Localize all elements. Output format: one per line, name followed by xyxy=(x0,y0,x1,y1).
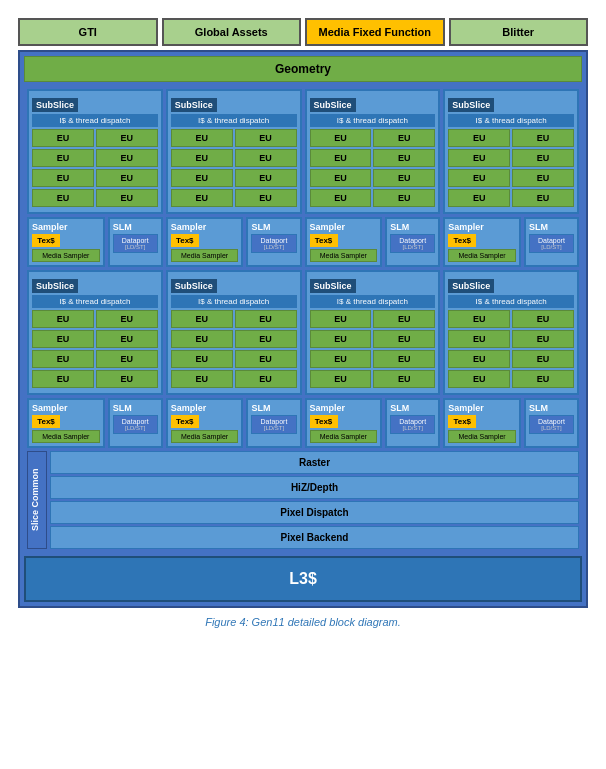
eu-cell: EU xyxy=(171,370,233,388)
raster-bar: Raster xyxy=(50,451,579,474)
eu-cell: EU xyxy=(310,149,372,167)
slm-block-7: SLM Dataport [LD/ST] xyxy=(385,398,440,448)
eu-cell: EU xyxy=(373,169,435,187)
eu-cell: EU xyxy=(310,350,372,368)
eu-cell: EU xyxy=(310,169,372,187)
dataport-4: Dataport [LD/ST] xyxy=(529,234,574,253)
subslice-label-5: SubSlice xyxy=(32,279,78,293)
sampler-title-4: Sampler xyxy=(448,222,516,232)
eu-cell: EU xyxy=(32,169,94,187)
eu-cell: EU xyxy=(96,370,158,388)
eu-cell: EU xyxy=(448,189,510,207)
sampler-block-6: Sampler Tex$ Media Sampler xyxy=(166,398,244,448)
slm-block-3: SLM Dataport [LD/ST] xyxy=(385,217,440,267)
eu-cell: EU xyxy=(96,129,158,147)
media-sampler-3: Media Sampler xyxy=(310,249,378,262)
sampler-block-2: Sampler Tex$ Media Sampler xyxy=(166,217,244,267)
eu-grid-1: EU EU EU EU EU EU EU EU xyxy=(32,129,158,207)
media-sampler-1: Media Sampler xyxy=(32,249,100,262)
media-sampler-5: Media Sampler xyxy=(32,430,100,443)
sampler-block-8: Sampler Tex$ Media Sampler xyxy=(443,398,521,448)
subslice-label-3: SubSlice xyxy=(310,98,356,112)
dispatch-label-1: I$ & thread dispatch xyxy=(32,114,158,127)
header-global-assets: Global Assets xyxy=(162,18,302,46)
pixel-backend-bar: Pixel Backend xyxy=(50,526,579,549)
hiz-depth-bar: HiZ/Depth xyxy=(50,476,579,499)
subslice-row-2: SubSlice I$ & thread dispatch EU EU EU E… xyxy=(27,270,579,395)
eu-cell: EU xyxy=(32,330,94,348)
subslice-label-7: SubSlice xyxy=(310,279,356,293)
media-sampler-8: Media Sampler xyxy=(448,430,516,443)
eu-cell: EU xyxy=(96,310,158,328)
eu-cell: EU xyxy=(448,169,510,187)
sampler-title-8: Sampler xyxy=(448,403,516,413)
eu-cell: EU xyxy=(512,310,574,328)
tex-box-4: Tex$ xyxy=(448,234,476,247)
dispatch-label-8: I$ & thread dispatch xyxy=(448,295,574,308)
eu-cell: EU xyxy=(448,370,510,388)
eu-cell: EU xyxy=(171,149,233,167)
sampler-title-3: Sampler xyxy=(310,222,378,232)
sampler-slm-group-5: Sampler Tex$ Media Sampler SLM Dataport … xyxy=(27,398,163,448)
l3-bar: L3$ xyxy=(24,556,582,602)
dataport-8: Dataport [LD/ST] xyxy=(529,415,574,434)
sampler-title-1: Sampler xyxy=(32,222,100,232)
eu-cell: EU xyxy=(32,149,94,167)
subslice-7: SubSlice I$ & thread dispatch EU EU EU E… xyxy=(305,270,441,395)
slice-common-label: Slice Common xyxy=(27,451,47,549)
eu-cell: EU xyxy=(32,129,94,147)
eu-cell: EU xyxy=(310,370,372,388)
subslice-label-8: SubSlice xyxy=(448,279,494,293)
subslice-3: SubSlice I$ & thread dispatch EU EU EU E… xyxy=(305,89,441,214)
eu-cell: EU xyxy=(171,169,233,187)
eu-cell: EU xyxy=(96,169,158,187)
sampler-title-6: Sampler xyxy=(171,403,239,413)
eu-cell: EU xyxy=(512,169,574,187)
sampler-slm-group-1: Sampler Tex$ Media Sampler SLM Dataport … xyxy=(27,217,163,267)
subslice-6: SubSlice I$ & thread dispatch EU EU EU E… xyxy=(166,270,302,395)
subslice-row-1: SubSlice I$ & thread dispatch EU EU EU E… xyxy=(27,89,579,214)
sampler-block-5: Sampler Tex$ Media Sampler xyxy=(27,398,105,448)
eu-cell: EU xyxy=(96,149,158,167)
tex-box-5: Tex$ xyxy=(32,415,60,428)
media-sampler-7: Media Sampler xyxy=(310,430,378,443)
dataport-7: Dataport [LD/ST] xyxy=(390,415,435,434)
tex-box-6: Tex$ xyxy=(171,415,199,428)
subslice-1: SubSlice I$ & thread dispatch EU EU EU E… xyxy=(27,89,163,214)
sampler-slm-group-4: Sampler Tex$ Media Sampler SLM Dataport … xyxy=(443,217,579,267)
eu-cell: EU xyxy=(310,129,372,147)
media-sampler-6: Media Sampler xyxy=(171,430,239,443)
pixel-dispatch-bar: Pixel Dispatch xyxy=(50,501,579,524)
dispatch-label-6: I$ & thread dispatch xyxy=(171,295,297,308)
sampler-block-7: Sampler Tex$ Media Sampler xyxy=(305,398,383,448)
eu-cell: EU xyxy=(171,310,233,328)
eu-cell: EU xyxy=(512,350,574,368)
eu-cell: EU xyxy=(235,149,297,167)
subslice-label-4: SubSlice xyxy=(448,98,494,112)
eu-cell: EU xyxy=(96,350,158,368)
eu-cell: EU xyxy=(32,189,94,207)
eu-cell: EU xyxy=(32,350,94,368)
eu-cell: EU xyxy=(448,149,510,167)
slm-block-4: SLM Dataport [LD/ST] xyxy=(524,217,579,267)
sampler-slm-group-2: Sampler Tex$ Media Sampler SLM Dataport … xyxy=(166,217,302,267)
eu-cell: EU xyxy=(373,330,435,348)
eu-cell: EU xyxy=(512,370,574,388)
eu-cell: EU xyxy=(373,189,435,207)
tex-box-1: Tex$ xyxy=(32,234,60,247)
subslice-8: SubSlice I$ & thread dispatch EU EU EU E… xyxy=(443,270,579,395)
eu-cell: EU xyxy=(310,189,372,207)
subslice-2: SubSlice I$ & thread dispatch EU EU EU E… xyxy=(166,89,302,214)
eu-cell: EU xyxy=(96,330,158,348)
eu-cell: EU xyxy=(96,189,158,207)
eu-cell: EU xyxy=(235,169,297,187)
header-blitter: Blitter xyxy=(449,18,589,46)
sampler-block-3: Sampler Tex$ Media Sampler xyxy=(305,217,383,267)
eu-cell: EU xyxy=(171,330,233,348)
dataport-5: Dataport [LD/ST] xyxy=(113,415,158,434)
eu-cell: EU xyxy=(373,370,435,388)
sampler-title-7: Sampler xyxy=(310,403,378,413)
sampler-slm-group-8: Sampler Tex$ Media Sampler SLM Dataport … xyxy=(443,398,579,448)
eu-cell: EU xyxy=(310,330,372,348)
eu-cell: EU xyxy=(171,129,233,147)
